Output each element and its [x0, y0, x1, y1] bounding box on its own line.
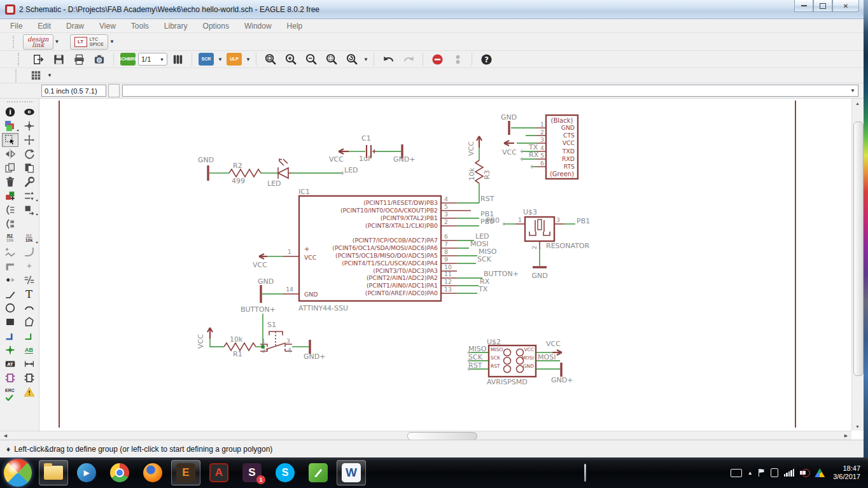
zoom-redraw-dropdown[interactable]: ▼: [362, 52, 370, 67]
bus-tool[interactable]: [21, 329, 38, 343]
tray-expand-icon[interactable]: ▲: [748, 470, 753, 476]
open-button[interactable]: [30, 52, 46, 67]
replace-tool[interactable]: ▾: [21, 203, 38, 217]
smash-tool[interactable]: [2, 217, 18, 231]
schematic-board-toggle-button[interactable]: SCHBRD: [120, 52, 136, 67]
taskbar-clock[interactable]: 18:47 3/6/2017: [833, 464, 860, 481]
command-dropdown-icon[interactable]: ▼: [850, 88, 855, 94]
ulp-button[interactable]: ULP: [226, 52, 242, 67]
undo-button[interactable]: [380, 52, 396, 67]
network-icon[interactable]: [784, 469, 795, 477]
toolbar-handle[interactable]: [18, 53, 22, 66]
horizontal-scrollbar[interactable]: ◀ ▶: [0, 431, 851, 440]
traffic-light-button[interactable]: [449, 52, 466, 67]
taskbar-firefox[interactable]: [138, 460, 167, 485]
power-tray-icon[interactable]: [771, 468, 778, 477]
toolbar-handle[interactable]: [13, 36, 17, 48]
name-tool[interactable]: R210k: [2, 231, 18, 245]
menu-tools[interactable]: Tools: [131, 22, 149, 31]
zoom-fit-button[interactable]: [262, 52, 279, 67]
circle-tool[interactable]: [2, 301, 18, 315]
design-link-dropdown[interactable]: ▼: [53, 34, 61, 50]
wire-tool[interactable]: [2, 287, 18, 301]
ltspice-dropdown[interactable]: ▼: [108, 34, 116, 50]
group-tool[interactable]: [2, 133, 18, 147]
design-link-button[interactable]: design link: [23, 34, 53, 50]
copy-tool[interactable]: [2, 161, 18, 175]
zoom-in-button[interactable]: [283, 52, 299, 67]
polygon-tool[interactable]: [21, 315, 38, 329]
menu-library[interactable]: Library: [164, 22, 188, 31]
change-tool[interactable]: [21, 175, 38, 189]
component-avrisp[interactable]: U$2 MISO SCK RST VCC MOSI GND MISO SCK R…: [467, 338, 573, 386]
display-layers-tool[interactable]: ▾: [2, 119, 18, 133]
module-tool[interactable]: [21, 371, 38, 385]
script-button[interactable]: SCR: [198, 52, 214, 67]
delete-tool[interactable]: [2, 175, 18, 189]
library-manager-button[interactable]: [169, 52, 186, 67]
action-center-icon[interactable]: [759, 469, 765, 477]
save-button[interactable]: [50, 52, 67, 67]
ulp-dropdown[interactable]: ▼: [244, 52, 252, 67]
pinswap-tool[interactable]: ▾: [21, 189, 38, 203]
export-image-button[interactable]: [91, 52, 108, 67]
attribute-tool[interactable]: AT: [2, 357, 18, 371]
schematic-canvas[interactable]: (Black) (Green) GND CTS VCC TXD RXD RTS …: [39, 99, 851, 431]
taskbar-chrome[interactable]: [105, 460, 134, 485]
redo-button[interactable]: [400, 52, 417, 67]
invoke-tool[interactable]: [2, 273, 18, 287]
label-tool[interactable]: AB: [21, 343, 38, 357]
ftdi-wires[interactable]: GND VCC TX RX: [501, 113, 539, 169]
split-tool[interactable]: [2, 245, 18, 259]
scroll-down-icon[interactable]: ▼: [852, 422, 863, 431]
component-ic1[interactable]: IC1 ATTINY44-SSU 1 + VCC VCC 14 GND GND …: [253, 188, 519, 312]
gateswap-tool[interactable]: [2, 203, 18, 217]
taskbar-eagle[interactable]: E: [171, 460, 200, 485]
cut-tool[interactable]: [21, 161, 38, 175]
wire-bend-tool[interactable]: [2, 259, 18, 273]
vertical-scroll-thumb[interactable]: [853, 122, 864, 376]
move-tool[interactable]: [21, 133, 38, 147]
taskbar-media-player[interactable]: ▶: [72, 460, 101, 485]
component-ftdi-header[interactable]: (Black) (Green) GND CTS VCC TXD RXD RTS …: [536, 115, 578, 179]
menu-view[interactable]: View: [99, 22, 116, 31]
scroll-left-icon[interactable]: ◀: [0, 431, 11, 440]
sheet-selector[interactable]: 1/1 ▼: [138, 53, 167, 66]
taskbar-slack[interactable]: S1: [237, 460, 267, 485]
text-tool[interactable]: T: [21, 287, 38, 301]
command-input[interactable]: ▼: [122, 85, 858, 97]
mark-tool[interactable]: [21, 119, 38, 133]
zoom-redraw-button[interactable]: [344, 52, 360, 67]
print-button[interactable]: [71, 52, 87, 67]
component-c1[interactable]: C1 1uF VCC GND+: [329, 134, 415, 164]
info-tool[interactable]: i: [2, 105, 18, 119]
minimize-button[interactable]: [794, 0, 813, 12]
coordinate-minitab[interactable]: [108, 84, 120, 97]
scroll-right-icon[interactable]: ▶: [841, 431, 851, 440]
taskbar-explorer[interactable]: [39, 460, 68, 485]
optimize-tool[interactable]: [21, 259, 38, 273]
menu-options[interactable]: Options: [203, 22, 229, 31]
menu-draw[interactable]: Draw: [66, 22, 84, 31]
taskbar-skype[interactable]: S: [270, 460, 300, 485]
erc-tool[interactable]: ERC: [2, 385, 18, 399]
dimension-tool[interactable]: [21, 357, 38, 371]
taskbar-green-app[interactable]: [304, 460, 333, 485]
script-dropdown[interactable]: ▼: [216, 52, 224, 67]
add-part-tool[interactable]: [2, 189, 18, 203]
stop-button[interactable]: [429, 52, 445, 67]
menu-window[interactable]: Window: [244, 22, 272, 31]
toolbar-handle[interactable]: [15, 69, 19, 82]
start-button[interactable]: [4, 459, 32, 487]
help-button[interactable]: ?: [478, 52, 494, 67]
menu-file[interactable]: File: [10, 22, 22, 31]
menu-help[interactable]: Help: [287, 22, 303, 31]
value-tool[interactable]: R210k▾: [21, 231, 38, 245]
scroll-up-icon[interactable]: ▲: [852, 99, 863, 108]
junction-tool[interactable]: [2, 343, 18, 357]
component-button-circuit[interactable]: BUTTON+ VCC 10k R1 S1 1 2 3 4 GND+: [197, 305, 325, 361]
volume-muted-icon[interactable]: [800, 469, 809, 477]
grid-button[interactable]: [27, 68, 44, 83]
keyboard-tray-icon[interactable]: [731, 469, 742, 477]
arc-tool[interactable]: [21, 301, 38, 315]
